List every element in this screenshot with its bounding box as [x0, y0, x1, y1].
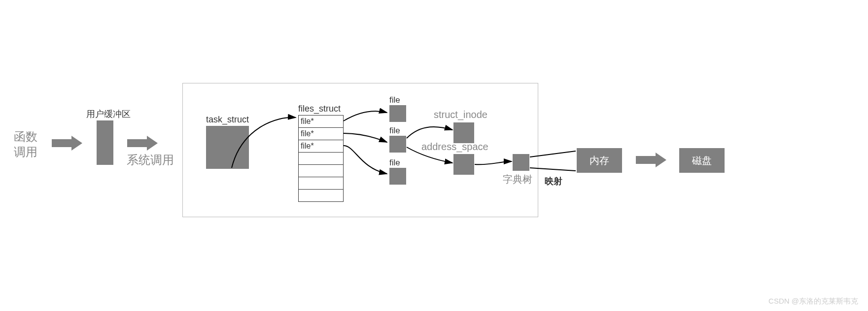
file-label: file: [389, 158, 400, 168]
file-label: file: [389, 126, 400, 136]
mapping-label: 映射: [545, 175, 562, 187]
struct-inode-label: struct_inode: [434, 109, 487, 120]
watermark: CSDN @东洛的克莱斯韦克: [768, 297, 858, 306]
struct-inode-box: [453, 122, 474, 143]
files-struct-label: files_struct: [298, 104, 341, 114]
user-buffer-label: 用户缓冲区: [86, 108, 131, 120]
file-label: file: [389, 95, 400, 105]
address-space-label: address_space: [421, 141, 488, 153]
file-box: [389, 136, 406, 153]
fd-table: file* file* file*: [298, 115, 344, 202]
function-call-label: 函数 调用: [14, 129, 37, 159]
task-struct-box: [206, 126, 249, 169]
fd-table-row: file*: [299, 116, 343, 128]
dict-tree-label: 字典树: [503, 173, 532, 186]
memory-box: 内存: [577, 148, 622, 173]
fd-table-row: [299, 153, 343, 165]
fd-table-row: [299, 165, 343, 177]
fd-table-row: file*: [299, 128, 343, 140]
user-buffer-box: [97, 120, 113, 165]
fd-table-row: file*: [299, 140, 343, 153]
task-struct-label: task_struct: [206, 115, 249, 125]
file-box: [389, 168, 406, 185]
syscall-label: 系统调用: [127, 152, 174, 167]
address-space-box: [453, 154, 474, 175]
dict-tree-box: [513, 154, 529, 171]
fd-table-row: [299, 177, 343, 190]
disk-box: 磁盘: [679, 148, 725, 173]
file-box: [389, 105, 406, 122]
fd-table-row: [299, 190, 343, 201]
